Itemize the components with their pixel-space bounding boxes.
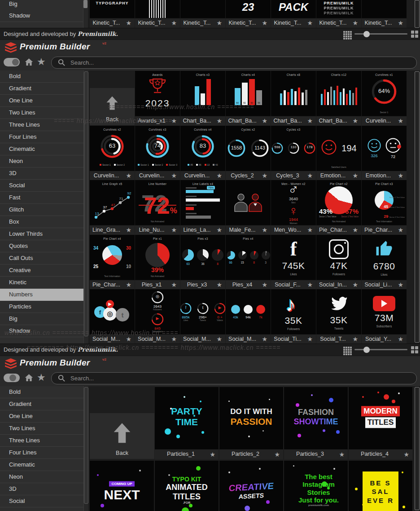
home-icon[interactable] xyxy=(24,373,34,384)
grid-tile[interactable]: BE SSALEVE R xyxy=(349,461,412,511)
thumb-label-bar[interactable]: Men_Wo...★ xyxy=(271,225,316,235)
grid-tile[interactable] xyxy=(135,0,180,18)
sidebar-item-cinematic[interactable]: Cinematic xyxy=(0,459,88,471)
favorite-star-icon[interactable]: ★ xyxy=(398,18,403,28)
thumb-label-bar[interactable]: Emotion...★ xyxy=(316,171,361,181)
thumb-label-bar[interactable]: Chart_Ba...★ xyxy=(271,116,316,126)
favorite-star-icon[interactable]: ★ xyxy=(210,449,215,459)
favorite-star-icon[interactable]: ★ xyxy=(398,116,403,126)
sidebar-scrollbar-thumb[interactable] xyxy=(84,387,88,504)
sidebar-item-numbers[interactable]: Numbers xyxy=(0,289,88,301)
favorite-star-icon[interactable]: ★ xyxy=(352,280,358,290)
favorite-star-icon[interactable]: ★ xyxy=(352,225,358,235)
sidebar-item-one-line[interactable]: One Line xyxy=(0,410,88,423)
favorite-star-icon[interactable]: ★ xyxy=(171,116,177,126)
thumb-label-bar[interactable]: Pie_Char...★ xyxy=(316,225,361,235)
tile-Cycles_2[interactable]: Cycles x215581143 xyxy=(226,126,271,171)
thumb-label-bar[interactable]: Pie_Char...★ xyxy=(362,225,407,235)
grid-tile[interactable]: The bestInstagramStoriesJust for you.pre… xyxy=(284,461,348,511)
tile-Curvelin[interactable]: Curvlines x263Sector 1Sector 2 xyxy=(90,126,135,171)
sidebar-item-four-lines[interactable]: Four Lines xyxy=(0,131,88,143)
tile-Lines_La[interactable]: Line Labels x475% xyxy=(180,180,225,225)
tile-Chart_Ba[interactable]: Charts x8 xyxy=(271,71,316,116)
favorite-star-icon[interactable]: ★ xyxy=(262,116,267,126)
favorite-star-icon[interactable]: ★ xyxy=(307,225,313,235)
sidebar-item-neon[interactable]: Neon xyxy=(0,155,88,167)
favorite-star-icon[interactable]: ★ xyxy=(352,18,358,28)
thumbnail-size-slider-track[interactable] xyxy=(354,33,407,35)
tile-Pies_x1[interactable]: Pie x1Not Animated39% xyxy=(135,235,180,280)
sidebar-item-kinetic[interactable]: Kinetic xyxy=(0,277,88,289)
tile-Curvelin[interactable]: Curvlines x1Sector 164% xyxy=(362,71,407,116)
thumb-label-bar[interactable]: Kinetic_T...★ xyxy=(226,18,271,28)
sidebar-item-fast[interactable]: Fast xyxy=(0,192,88,204)
thumb-label-bar[interactable]: Kinetic_T...★ xyxy=(316,18,361,28)
sidebar-item-cinematic[interactable]: Cinematic xyxy=(0,143,88,155)
tile-Social_F[interactable]: f745KLikes xyxy=(271,235,316,280)
favorites-star-icon[interactable]: ★ xyxy=(37,372,46,383)
grid-tile[interactable] xyxy=(362,0,407,18)
grid-tile[interactable]: TYPOGRAPHY xyxy=(90,0,135,18)
thumb-label-bar[interactable]: Male_Fe...★ xyxy=(226,225,271,235)
favorites-star-icon[interactable]: ★ xyxy=(37,56,46,68)
grid-scrollbar[interactable] xyxy=(415,0,420,28)
large-thumbnails-icon[interactable] xyxy=(411,31,418,38)
thumb-label-bar[interactable]: Social_Li...★ xyxy=(362,280,407,290)
favorite-star-icon[interactable]: ★ xyxy=(274,449,280,459)
tile-Pie_Char[interactable]: Pie Chart x4Test Information34302510 xyxy=(90,235,135,280)
thumb-label-bar[interactable]: Particles_4★ xyxy=(349,449,412,459)
tile-Social_T[interactable]: 35KTweets xyxy=(316,289,361,334)
thumb-label-bar[interactable]: Cycles_2★ xyxy=(226,171,271,181)
thumb-label-bar[interactable]: Pies_x1★ xyxy=(135,280,180,290)
thumb-label-bar[interactable]: Kinetic_T...★ xyxy=(271,18,316,28)
sidebar-item-glitch[interactable]: Glitch xyxy=(0,204,88,216)
tile-Social_Y[interactable]: 73MSubscribers xyxy=(362,289,407,334)
thumb-label-bar[interactable]: Social_In...★ xyxy=(316,280,361,290)
thumb-label-bar[interactable]: Curvelin...★ xyxy=(135,171,180,181)
thumb-label-bar[interactable]: Pie_Char...★ xyxy=(90,280,135,290)
tile-Men_Wo[interactable]: Men - Women x2♂3640Men♀1944Women xyxy=(271,180,316,225)
thumb-label-bar[interactable]: Social_M...★ xyxy=(90,334,135,344)
thumb-label-bar[interactable]: Kinetic_T...★ xyxy=(180,18,225,28)
tile-Pies_x4[interactable]: Pies x4661583 xyxy=(226,235,271,280)
sidebar-item-two-lines[interactable]: Two Lines xyxy=(0,423,88,435)
favorite-star-icon[interactable]: ★ xyxy=(307,280,313,290)
thumbnail-size-slider-track[interactable] xyxy=(354,349,407,350)
sidebar-item-bold[interactable]: Bold xyxy=(0,70,88,83)
sidebar-item-particles[interactable]: Particles xyxy=(0,301,88,313)
favorite-star-icon[interactable]: ★ xyxy=(352,116,358,126)
tile-Social_M[interactable]: f885kLikest296+Tweets▶0 +Videos xyxy=(180,289,225,334)
favorite-star-icon[interactable]: ★ xyxy=(262,18,267,28)
grid-scrollbar[interactable] xyxy=(415,71,420,343)
grid-tile[interactable] xyxy=(180,0,225,18)
thumb-label-bar[interactable]: Kinetic_T...★ xyxy=(135,18,180,28)
thumb-label-bar[interactable]: Cycles_3★ xyxy=(271,171,316,181)
sidebar-item-big[interactable]: Big xyxy=(0,313,88,325)
thumb-label-bar[interactable]: Chart_Ba...★ xyxy=(316,116,361,126)
thumb-label-bar[interactable]: Social_F...★ xyxy=(271,280,316,290)
back-tile[interactable]: Back xyxy=(90,88,135,125)
search-input[interactable] xyxy=(70,374,412,383)
thumb-label-bar[interactable]: Social_M...★ xyxy=(135,334,180,344)
sidebar-item-creative[interactable]: Creative xyxy=(0,264,88,277)
favorite-star-icon[interactable]: ★ xyxy=(126,280,131,290)
favorite-star-icon[interactable]: ★ xyxy=(307,171,313,181)
thumb-label-bar[interactable]: Emotion...★ xyxy=(362,171,407,181)
favorite-star-icon[interactable]: ★ xyxy=(352,171,358,181)
tile-Social_Ti[interactable]: ♪♪♪35KFollowers xyxy=(271,289,316,334)
favorite-star-icon[interactable]: ★ xyxy=(126,18,131,28)
tile-Chart_Ba[interactable]: Charts x464829055 xyxy=(226,71,271,116)
thumb-label-bar[interactable]: Curvelin...★ xyxy=(180,171,225,181)
tile-Particles_2[interactable]: DO IT WITHPASSION xyxy=(219,387,283,449)
tile-Male_Fe[interactable] xyxy=(226,180,271,225)
grid-tile[interactable]: COMING UPNEXT xyxy=(90,461,154,511)
thumb-label-bar[interactable]: Particles_1★ xyxy=(155,449,219,459)
thumb-label-bar[interactable]: Pies_x3★ xyxy=(180,280,225,290)
sidebar-item-gradient[interactable]: Gradient xyxy=(0,398,88,410)
sidebar-item-three-lines[interactable]: Three Lines xyxy=(0,119,88,131)
tile-Particles_3[interactable]: FASHIONSHOWTIME xyxy=(284,387,348,449)
tile-Social_Li[interactable]: 6780Likes xyxy=(362,235,407,280)
tile-Curvelin[interactable]: Curvlines x48385661343 xyxy=(180,126,225,171)
favorite-star-icon[interactable]: ★ xyxy=(403,449,409,459)
tile-Awards_x1[interactable]: Awards 2023 xyxy=(135,71,180,116)
